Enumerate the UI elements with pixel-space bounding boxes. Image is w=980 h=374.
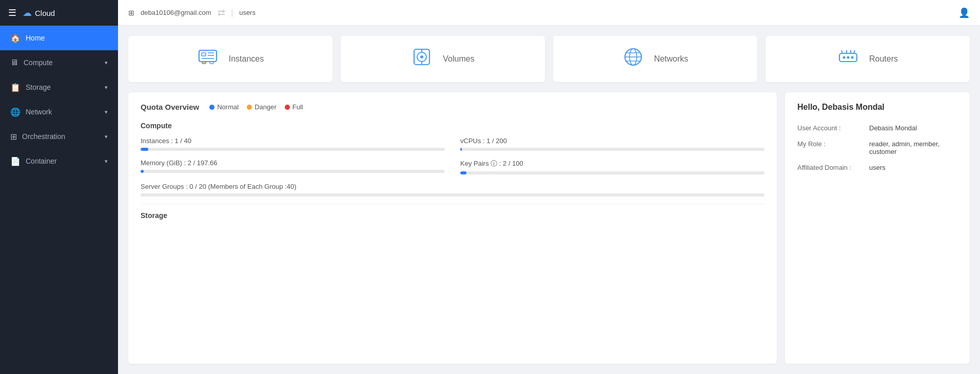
chevron-down-icon: ▾	[105, 109, 108, 115]
legend-danger: Danger	[247, 103, 277, 111]
quota-panel: Quota Overview Normal Danger Full	[128, 92, 777, 364]
sidebar-label-home: Home	[26, 34, 108, 42]
vcpus-quota-bar-bg	[460, 148, 765, 151]
quota-legend: Normal Danger Full	[209, 103, 303, 111]
compute-section-title: Compute	[141, 122, 765, 130]
my-role-value: reader, admin, member, customer	[869, 140, 957, 155]
topbar-separator: ⇄	[218, 7, 225, 18]
main-area: ⊞ deba10106@gmail.com ⇄ | users 👤	[118, 0, 980, 374]
main-row: Quota Overview Normal Danger Full	[128, 92, 970, 364]
memory-quota-label: Memory (GiB) : 2 / 197.66	[141, 159, 445, 167]
server-groups-label: Server Groups : 0 / 20 (Members of Each …	[141, 183, 765, 190]
chevron-down-icon: ▾	[105, 84, 108, 91]
full-label: Full	[292, 103, 303, 111]
keypairs-quota-label: Key Pairs ⓘ : 2 / 100	[460, 159, 765, 168]
instances-icon	[197, 46, 219, 72]
svg-point-21	[851, 56, 853, 58]
memory-quota: Memory (GiB) : 2 / 197.66	[141, 159, 445, 174]
vcpus-quota-label: vCPUs : 1 / 200	[460, 137, 765, 145]
user-icon: 👤	[958, 7, 970, 18]
instances-quota-bar-fill	[141, 148, 148, 151]
info-panel: Hello, Debasis Mondal User Account : Deb…	[785, 92, 970, 364]
instances-quota-label: Instances : 1 / 40	[141, 137, 445, 145]
orchestration-icon: ⊞	[10, 132, 17, 142]
container-icon: 📄	[10, 156, 21, 166]
sidebar-item-orchestration[interactable]: ⊞ Orchestration ▾	[0, 124, 118, 149]
chevron-down-icon: ▾	[105, 158, 108, 165]
sidebar-label-orchestration: Orchestration	[22, 132, 105, 141]
user-account-row: User Account : Debasis Mondal	[797, 124, 957, 132]
svg-point-10	[420, 55, 423, 58]
danger-dot	[247, 105, 252, 110]
sidebar-item-storage[interactable]: 📋 Storage ▾	[0, 75, 118, 100]
instances-card[interactable]: Instances	[128, 36, 332, 82]
memory-quota-bar-fill	[141, 170, 144, 173]
menu-icon[interactable]: ☰	[8, 7, 16, 18]
topbar-project: users	[239, 9, 256, 16]
server-groups-bar-bg	[141, 193, 765, 196]
home-icon: 🏠	[10, 33, 21, 43]
instances-quota-bar-bg	[141, 148, 445, 151]
quota-divider	[141, 204, 765, 204]
chevron-down-icon: ▾	[105, 133, 108, 140]
legend-normal: Normal	[209, 103, 239, 111]
my-role-key: My Role :	[797, 140, 869, 155]
my-role-row: My Role : reader, admin, member, custome…	[797, 140, 957, 155]
quota-title: Quota Overview	[141, 103, 199, 111]
svg-point-19	[842, 56, 845, 58]
normal-dot	[209, 105, 214, 110]
sidebar-label-storage: Storage	[26, 83, 105, 91]
svg-rect-6	[202, 62, 206, 64]
compute-icon: 🖥	[10, 58, 18, 67]
chevron-down-icon: ▾	[105, 60, 108, 66]
quota-header: Quota Overview Normal Danger Full	[141, 103, 765, 111]
svg-point-20	[847, 56, 849, 58]
keypairs-quota-bar-fill	[460, 171, 466, 174]
top-cards-row: Instances Volumes	[128, 36, 970, 82]
keypairs-quota: Key Pairs ⓘ : 2 / 100	[460, 159, 765, 174]
sidebar-header: ☰ ☁ Cloud	[0, 0, 118, 26]
routers-card[interactable]: Routers	[766, 36, 970, 82]
volumes-icon	[411, 46, 433, 72]
affiliated-domain-key: Affiliated Domain :	[797, 164, 869, 171]
user-account-key: User Account :	[797, 124, 869, 132]
routers-label: Routers	[869, 54, 898, 64]
danger-label: Danger	[254, 103, 277, 111]
networks-card[interactable]: Networks	[553, 36, 757, 82]
topbar-divider: |	[231, 9, 233, 17]
memory-quota-bar-bg	[141, 170, 445, 173]
sidebar-item-container[interactable]: 📄 Container ▾	[0, 149, 118, 173]
sidebar-label-container: Container	[26, 157, 105, 165]
normal-label: Normal	[217, 103, 239, 111]
volumes-label: Volumes	[443, 54, 474, 64]
logo-label: Cloud	[35, 9, 55, 17]
content-area: Instances Volumes	[118, 26, 980, 374]
affiliated-domain-value: users	[869, 164, 886, 171]
sidebar-item-compute[interactable]: 🖥 Compute ▾	[0, 50, 118, 75]
cloud-icon: ☁	[23, 7, 32, 18]
greeting-title: Hello, Debasis Mondal	[797, 103, 957, 112]
logo: ☁ Cloud	[23, 7, 55, 18]
routers-icon	[837, 46, 859, 72]
sidebar-item-home[interactable]: 🏠 Home	[0, 26, 118, 50]
storage-icon: 📋	[10, 83, 21, 92]
svg-rect-1	[202, 53, 206, 56]
networks-label: Networks	[654, 54, 689, 64]
grid-icon: ⊞	[128, 9, 134, 17]
instances-label: Instances	[229, 54, 264, 64]
storage-section-title: Storage	[141, 211, 765, 220]
keypairs-quota-bar-bg	[460, 171, 765, 174]
instances-quota: Instances : 1 / 40	[141, 137, 445, 151]
networks-icon	[622, 46, 644, 72]
vcpus-quota-bar-fill	[460, 148, 462, 151]
legend-full: Full	[285, 103, 303, 111]
sidebar-item-network[interactable]: 🌐 Network ▾	[0, 100, 118, 124]
volumes-card[interactable]: Volumes	[341, 36, 545, 82]
network-icon: 🌐	[10, 107, 21, 117]
vcpus-quota: vCPUs : 1 / 200	[460, 137, 765, 151]
topbar: ⊞ deba10106@gmail.com ⇄ | users 👤	[118, 0, 980, 26]
sidebar: ☰ ☁ Cloud 🏠 Home 🖥 Compute ▾ 📋 Storage ▾…	[0, 0, 118, 374]
svg-rect-7	[210, 62, 213, 64]
sidebar-label-compute: Compute	[24, 58, 105, 67]
server-groups-quota: Server Groups : 0 / 20 (Members of Each …	[141, 183, 765, 196]
